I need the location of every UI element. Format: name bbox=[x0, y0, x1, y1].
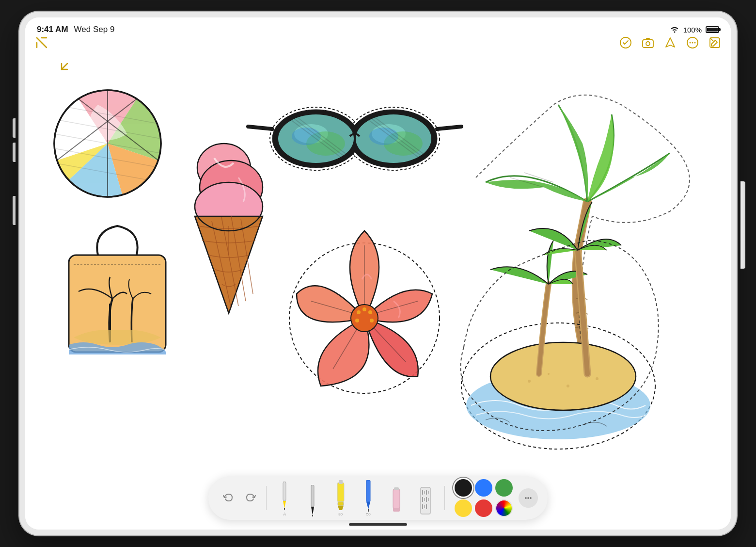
svg-marker-90 bbox=[338, 506, 344, 510]
svg-line-44 bbox=[248, 127, 272, 129]
svg-point-111 bbox=[530, 497, 532, 499]
camera-button[interactable] bbox=[642, 36, 654, 52]
yellow-color-swatch[interactable] bbox=[455, 499, 472, 517]
top-toolbar bbox=[25, 17, 731, 56]
multicolor-swatch[interactable] bbox=[495, 499, 513, 517]
svg-line-12 bbox=[710, 38, 713, 41]
svg-line-45 bbox=[437, 127, 461, 129]
svg-point-10 bbox=[694, 42, 696, 44]
svg-rect-81 bbox=[283, 482, 286, 501]
svg-point-34 bbox=[292, 128, 321, 145]
svg-rect-84 bbox=[311, 485, 314, 507]
more-options-button[interactable] bbox=[686, 36, 699, 52]
home-indicator bbox=[349, 523, 407, 526]
done-button[interactable] bbox=[619, 36, 632, 52]
svg-rect-5 bbox=[643, 40, 653, 48]
beach-ball-drawing bbox=[54, 90, 161, 197]
toolbar-divider-2 bbox=[444, 486, 445, 510]
svg-rect-87 bbox=[337, 483, 344, 502]
svg-point-75 bbox=[567, 385, 569, 387]
svg-rect-88 bbox=[339, 480, 343, 484]
color-swatches bbox=[455, 479, 513, 517]
svg-marker-85 bbox=[311, 507, 314, 515]
top-right-tools bbox=[619, 36, 721, 52]
svg-rect-96 bbox=[393, 508, 400, 512]
more-tools-button[interactable] bbox=[519, 488, 538, 508]
collapse-button[interactable] bbox=[35, 36, 48, 52]
green-color-swatch[interactable] bbox=[495, 479, 513, 497]
svg-marker-82 bbox=[283, 501, 286, 508]
sunglasses-drawing bbox=[248, 107, 461, 170]
svg-point-9 bbox=[692, 42, 693, 44]
svg-point-65 bbox=[362, 307, 366, 311]
redo-button[interactable] bbox=[241, 488, 261, 508]
svg-line-1 bbox=[42, 43, 47, 48]
beach-bag-drawing bbox=[69, 226, 166, 354]
drawing-canvas[interactable] bbox=[25, 17, 731, 530]
svg-point-66 bbox=[368, 310, 372, 314]
svg-point-76 bbox=[596, 377, 598, 380]
svg-line-78 bbox=[62, 64, 67, 69]
blue-color-swatch[interactable] bbox=[475, 479, 492, 497]
svg-point-74 bbox=[528, 380, 531, 383]
edit-button[interactable] bbox=[709, 36, 721, 52]
yellow-highlighter-tool[interactable]: 80 bbox=[329, 480, 353, 516]
toolbar-divider-1 bbox=[266, 486, 267, 510]
svg-marker-92 bbox=[366, 502, 370, 509]
svg-point-68 bbox=[355, 319, 359, 322]
fine-marker-tool[interactable] bbox=[300, 480, 325, 516]
drawing-toolbar: A 80 bbox=[208, 476, 548, 520]
ice-cream-drawing bbox=[195, 144, 263, 313]
svg-rect-94 bbox=[393, 489, 400, 509]
svg-rect-91 bbox=[366, 480, 370, 502]
svg-point-8 bbox=[690, 42, 691, 44]
hibiscus-drawing bbox=[289, 231, 440, 393]
svg-point-77 bbox=[548, 373, 550, 375]
svg-line-0 bbox=[37, 38, 42, 43]
svg-point-35 bbox=[369, 128, 398, 145]
svg-point-110 bbox=[527, 497, 529, 499]
navigation-button[interactable] bbox=[664, 36, 677, 52]
svg-point-109 bbox=[525, 497, 527, 499]
ruler-tool[interactable] bbox=[412, 480, 439, 516]
pencil-a-tool[interactable]: A bbox=[272, 480, 297, 516]
svg-rect-89 bbox=[338, 502, 344, 506]
svg-point-67 bbox=[370, 319, 374, 322]
eraser-tool[interactable] bbox=[384, 480, 409, 516]
svg-rect-95 bbox=[394, 487, 399, 490]
blue-pen-tool[interactable]: 50 bbox=[356, 480, 380, 516]
svg-rect-97 bbox=[421, 487, 430, 514]
svg-point-6 bbox=[646, 42, 650, 46]
undo-button[interactable] bbox=[218, 488, 237, 508]
red-color-swatch[interactable] bbox=[475, 499, 492, 517]
svg-point-69 bbox=[357, 310, 361, 314]
island-drawing bbox=[461, 202, 659, 449]
black-color-swatch[interactable] bbox=[455, 479, 472, 497]
